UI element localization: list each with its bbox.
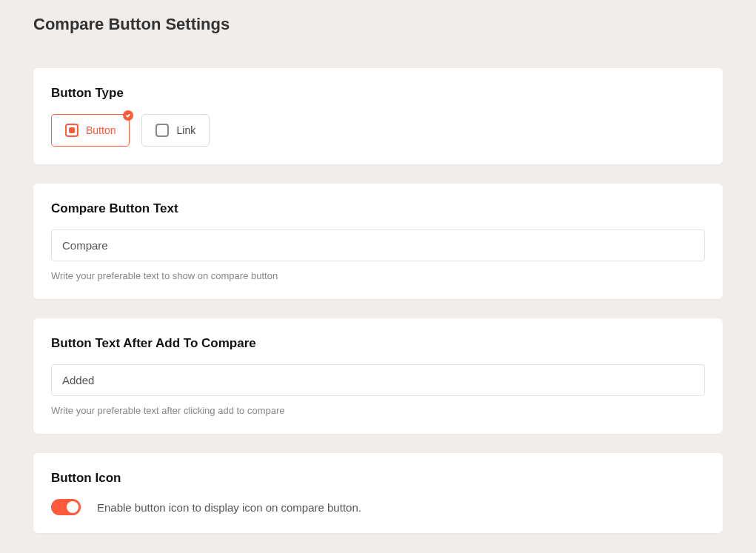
radio-box-icon (65, 124, 78, 137)
after-add-text-card: Button Text After Add To Compare Write y… (33, 318, 723, 434)
after-add-text-helper: Write your preferable text after clickin… (51, 405, 705, 416)
after-add-text-title: Button Text After Add To Compare (51, 336, 705, 351)
settings-content: Button Type Button Link Compare Button T… (0, 68, 756, 553)
button-icon-title: Button Icon (51, 471, 705, 486)
page-title: Compare Button Settings (33, 15, 723, 34)
button-type-option-link[interactable]: Link (141, 114, 210, 147)
toggle-knob-icon (67, 501, 78, 513)
button-type-option-label: Link (176, 124, 195, 136)
compare-text-card: Compare Button Text Write your preferabl… (33, 184, 723, 299)
button-icon-toggle-label: Enable button icon to display icon on co… (97, 501, 361, 514)
button-type-option-button[interactable]: Button (51, 114, 130, 147)
compare-text-helper: Write your preferable text to show on co… (51, 270, 705, 281)
button-type-card: Button Type Button Link (33, 68, 723, 164)
page-header: Compare Button Settings (0, 0, 756, 49)
button-icon-card: Button Icon Enable button icon to displa… (33, 453, 723, 533)
compare-text-title: Compare Button Text (51, 201, 705, 216)
radio-box-icon (155, 124, 169, 137)
button-icon-toggle-row: Enable button icon to display icon on co… (51, 499, 705, 515)
button-type-title: Button Type (51, 86, 705, 101)
button-icon-toggle[interactable] (51, 499, 81, 515)
after-add-text-input[interactable] (51, 364, 705, 396)
check-badge-icon (123, 110, 133, 121)
button-type-option-label: Button (86, 124, 116, 136)
button-type-group: Button Link (51, 114, 705, 147)
compare-text-input[interactable] (51, 229, 705, 261)
